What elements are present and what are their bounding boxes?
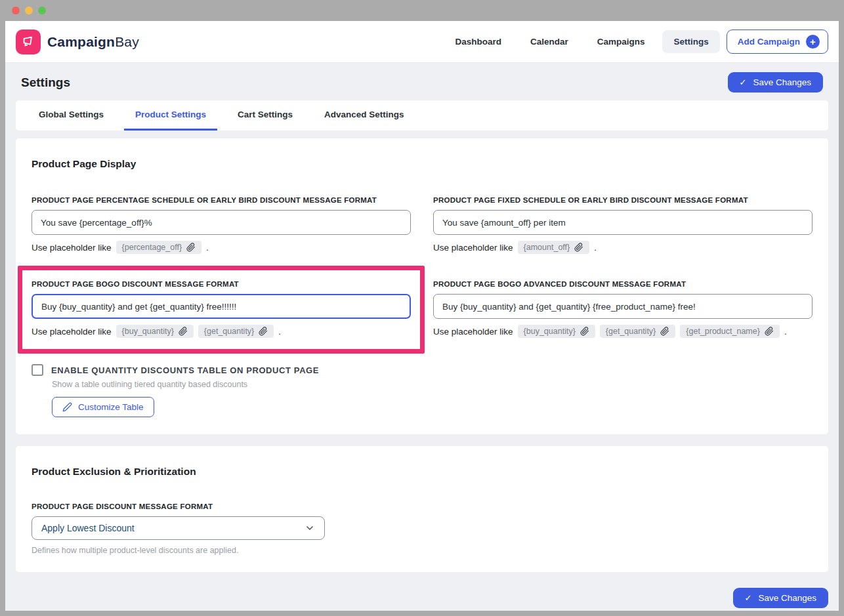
product-exclusion-card: Product Exclusion & Prioritization PRODU… [16,446,828,572]
placeholder-hint: Use placeholder like {percentage_off} . [32,241,411,254]
bogo-message-input[interactable] [32,294,411,319]
percentage-message-input[interactable] [32,210,411,235]
discount-priority-select[interactable]: Apply Lowest Discount [32,516,325,540]
field-fixed-message: PRODUCT PAGE FIXED SCHEDULE OR EARLY BIR… [433,196,812,254]
page-header: Settings ✓ Save Changes [5,63,839,92]
hint-prefix: Use placeholder like [32,327,112,337]
save-changes-button-bottom[interactable]: ✓ Save Changes [733,588,828,608]
placeholder-chip[interactable]: {percentage_off} [116,241,202,254]
chip-label: {buy_quantity} [524,327,576,336]
nav-calendar[interactable]: Calendar [519,30,580,53]
brand-name: CampaignBay [47,34,139,50]
bogo-highlight-box: PRODUCT PAGE BOGO DISCOUNT MESSAGE FORMA… [18,266,425,354]
hint-suffix: . [278,327,281,337]
placeholder-chip[interactable]: {get_quantity} [600,325,675,338]
zoom-window-icon[interactable] [38,7,46,14]
placeholder-chip[interactable]: {amount_off} [518,241,590,254]
window-titlebar [0,0,844,21]
chip-label: {percentage_off} [122,243,182,252]
field-bogo-message-wrapper: PRODUCT PAGE BOGO DISCOUNT MESSAGE FORMA… [32,280,411,338]
chevron-down-icon [305,523,315,533]
enable-quantity-table-checkbox[interactable] [32,364,43,376]
placeholder-hint: Use placeholder like {buy_quantity} {get… [433,325,812,338]
pencil-icon [62,402,72,412]
discount-priority-help-text: Defines how multiple product-level disco… [32,546,812,555]
tab-product-settings[interactable]: Product Settings [124,100,217,131]
page-title: Settings [21,75,70,90]
section-heading-exclusion: Product Exclusion & Prioritization [32,466,812,478]
tab-advanced-settings[interactable]: Advanced Settings [313,100,415,131]
placeholder-chip[interactable]: {get_quantity} [198,325,274,338]
minimize-window-icon[interactable] [25,7,33,14]
plus-icon: + [806,35,820,49]
field-label: PRODUCT PAGE PERCENTAGE SCHEDULE OR EARL… [32,196,411,204]
field-bogo-advanced-message: PRODUCT PAGE BOGO ADVANCED DISCOUNT MESS… [433,280,812,338]
add-campaign-label: Add Campaign [738,37,800,47]
settings-page: Settings ✓ Save Changes Global Settings … [5,63,839,611]
paperclip-icon [186,243,196,252]
top-navigation: Dashboard Calendar Campaigns Settings Ad… [444,30,828,54]
customize-table-label: Customize Table [78,402,144,412]
save-changes-button-top[interactable]: ✓ Save Changes [728,72,823,92]
paperclip-icon [179,327,188,336]
chip-label: {get_product_name} [686,327,760,336]
hint-suffix: . [784,327,787,337]
checkmark-icon: ✓ [740,77,747,87]
megaphone-icon [16,30,41,54]
field-discount-priority: PRODUCT PAGE DISCOUNT MESSAGE FORMAT App… [32,503,812,555]
field-label: PRODUCT PAGE BOGO DISCOUNT MESSAGE FORMA… [32,280,411,288]
paperclip-icon [580,327,589,336]
nav-dashboard[interactable]: Dashboard [444,30,513,53]
field-label: PRODUCT PAGE FIXED SCHEDULE OR EARLY BIR… [433,196,812,204]
close-window-icon[interactable] [12,7,20,14]
placeholder-chip[interactable]: {buy_quantity} [116,325,194,338]
brand-name-bold: Campaign [47,34,115,49]
paperclip-icon [660,327,669,336]
save-changes-label: Save Changes [758,593,816,603]
app-header: CampaignBay Dashboard Calendar Campaigns… [5,21,839,63]
settings-tabs: Global Settings Product Settings Cart Se… [16,100,828,131]
paperclip-icon [574,243,583,252]
add-campaign-button[interactable]: Add Campaign + [727,30,828,54]
hint-prefix: Use placeholder like [32,243,112,253]
checkmark-icon: ✓ [745,593,752,603]
paperclip-icon [765,327,774,336]
hint-prefix: Use placeholder like [433,243,513,253]
quantity-table-header: ENABLE QUANTITY DISCOUNTS TABLE ON PRODU… [32,364,812,376]
field-label: PRODUCT PAGE DISCOUNT MESSAGE FORMAT [32,503,812,510]
bogo-advanced-message-input[interactable] [433,294,812,319]
fields-row-1: PRODUCT PAGE PERCENTAGE SCHEDULE OR EARL… [32,196,812,254]
quantity-table-help-text: Show a table outlining tiered quantity b… [52,380,812,389]
chip-label: {get_quantity} [204,327,254,336]
hint-prefix: Use placeholder like [433,327,513,337]
brand-logo[interactable]: CampaignBay [16,30,139,54]
nav-settings[interactable]: Settings [662,30,719,53]
section-heading-display: Product Page Display [32,158,812,170]
chip-label: {amount_off} [524,243,570,252]
chip-label: {get_quantity} [606,327,656,336]
quantity-table-block: ENABLE QUANTITY DISCOUNTS TABLE ON PRODU… [32,364,812,417]
paperclip-icon [259,327,268,336]
app-window: CampaignBay Dashboard Calendar Campaigns… [5,21,839,611]
placeholder-chip[interactable]: {get_product_name} [680,325,780,338]
field-percentage-message: PRODUCT PAGE PERCENTAGE SCHEDULE OR EARL… [32,196,411,254]
fields-row-2: PRODUCT PAGE BOGO DISCOUNT MESSAGE FORMA… [32,280,812,338]
product-page-display-card: Product Page Display PRODUCT PAGE PERCEN… [16,138,828,434]
hint-suffix: . [594,243,597,253]
fixed-message-input[interactable] [433,210,812,235]
footer-actions: ✓ Save Changes [5,572,839,608]
macos-window: CampaignBay Dashboard Calendar Campaigns… [0,0,844,616]
tab-global-settings[interactable]: Global Settings [28,100,115,131]
hint-suffix: . [206,243,209,253]
tab-cart-settings[interactable]: Cart Settings [226,100,304,131]
placeholder-hint: Use placeholder like {buy_quantity} {get… [32,325,411,338]
save-changes-label: Save Changes [753,77,811,87]
placeholder-hint: Use placeholder like {amount_off} . [433,241,812,254]
chip-label: {buy_quantity} [122,327,174,336]
selected-option-label: Apply Lowest Discount [41,523,135,533]
field-label: PRODUCT PAGE BOGO ADVANCED DISCOUNT MESS… [433,280,812,288]
enable-quantity-table-label: ENABLE QUANTITY DISCOUNTS TABLE ON PRODU… [51,365,319,375]
nav-campaigns[interactable]: Campaigns [586,30,656,53]
placeholder-chip[interactable]: {buy_quantity} [518,325,595,338]
customize-table-button[interactable]: Customize Table [52,397,154,417]
